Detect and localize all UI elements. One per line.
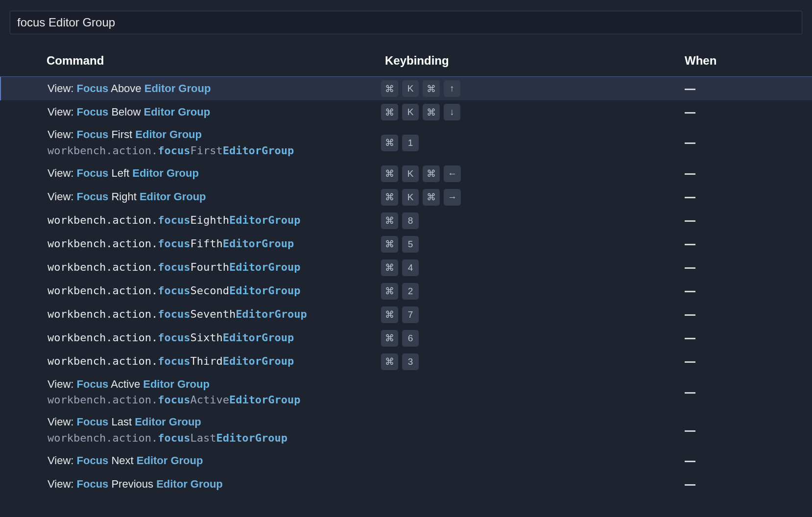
key-cap: 8 xyxy=(402,212,419,229)
key-cap: ⌘ xyxy=(381,283,398,300)
key-cap: 3 xyxy=(402,353,419,370)
dash-icon xyxy=(685,89,695,90)
table-row[interactable]: workbench.action.focusSixthEditorGroup⌘6 xyxy=(0,327,812,350)
command-title: View: Focus Active Editor Group xyxy=(48,377,381,392)
when-cell xyxy=(655,332,812,345)
table-row[interactable]: View: Focus Below Editor Group⌘K⌘↓ xyxy=(0,100,812,124)
dash-icon xyxy=(685,338,695,339)
keybinding-cell: ⌘8 xyxy=(381,212,655,229)
when-cell xyxy=(655,308,812,321)
when-cell xyxy=(655,238,812,251)
keybinding-cell: ⌘K⌘→ xyxy=(381,189,655,206)
dash-icon xyxy=(685,484,695,486)
command-cell: View: Focus Active Editor Groupworkbench… xyxy=(48,376,381,409)
when-cell xyxy=(655,214,812,227)
table-row[interactable]: workbench.action.focusFourthEditorGroup⌘… xyxy=(0,256,812,280)
table-row[interactable]: workbench.action.focusFifthEditorGroup⌘5 xyxy=(0,233,812,256)
command-title: workbench.action.focusSeventhEditorGroup xyxy=(48,307,381,322)
key-cap: ⌘ xyxy=(381,259,398,276)
when-cell xyxy=(655,478,812,491)
search-input[interactable] xyxy=(10,11,802,34)
when-cell xyxy=(655,261,812,274)
key-cap: 1 xyxy=(402,135,419,151)
key-cap: ⌘ xyxy=(381,104,398,120)
keybinding-cell: ⌘K⌘← xyxy=(381,165,655,182)
header-keybinding[interactable]: Keybinding xyxy=(381,54,655,68)
table-row[interactable]: View: Focus Active Editor Groupworkbench… xyxy=(0,374,812,412)
key-cap: ⌘ xyxy=(423,104,440,120)
key-cap: ⌘ xyxy=(381,189,398,206)
key-cap: 5 xyxy=(402,236,419,253)
keybinding-cell: ⌘2 xyxy=(381,283,655,300)
key-cap: 6 xyxy=(402,330,419,347)
command-cell: View: Focus Last Editor Groupworkbench.a… xyxy=(48,414,381,447)
command-title: workbench.action.focusEighthEditorGroup xyxy=(48,213,381,228)
table-row[interactable]: workbench.action.focusThirdEditorGroup⌘3 xyxy=(0,350,812,374)
key-cap: K xyxy=(402,104,419,120)
table-row[interactable]: View: Focus Previous Editor Group xyxy=(0,473,812,496)
key-cap: ↑ xyxy=(444,80,460,97)
when-cell xyxy=(655,386,812,399)
key-cap: ⌘ xyxy=(381,306,398,323)
key-cap: ⌘ xyxy=(423,165,440,182)
table-row[interactable]: View: Focus Above Editor Group⌘K⌘↑ xyxy=(0,77,812,100)
command-subtitle: workbench.action.focusActiveEditorGroup xyxy=(48,393,381,408)
command-cell: View: Focus Previous Editor Group xyxy=(48,476,381,493)
key-cap: K xyxy=(402,165,419,182)
table-row[interactable]: View: Focus Next Editor Group xyxy=(0,449,812,473)
command-title: workbench.action.focusSixthEditorGroup xyxy=(48,330,381,346)
command-cell: workbench.action.focusFifthEditorGroup xyxy=(48,235,381,253)
dash-icon xyxy=(685,197,695,198)
table-row[interactable]: workbench.action.focusSecondEditorGroup⌘… xyxy=(0,280,812,303)
command-title: View: Focus Below Editor Group xyxy=(48,105,381,120)
key-cap: 7 xyxy=(402,306,419,323)
when-cell xyxy=(655,167,812,180)
table-row[interactable]: View: Focus Left Editor Group⌘K⌘← xyxy=(0,162,812,186)
when-cell xyxy=(655,455,812,468)
command-cell: View: Focus First Editor Groupworkbench.… xyxy=(48,126,381,160)
command-cell: workbench.action.focusSecondEditorGroup xyxy=(48,282,381,300)
table-row[interactable]: View: Focus First Editor Groupworkbench.… xyxy=(0,124,812,162)
key-cap: ⌘ xyxy=(381,165,398,182)
command-title: View: Focus Above Editor Group xyxy=(48,81,381,96)
table-row[interactable]: workbench.action.focusSeventhEditorGroup… xyxy=(0,303,812,327)
command-title: View: Focus Next Editor Group xyxy=(48,453,381,469)
command-title: View: Focus Previous Editor Group xyxy=(48,477,381,492)
keybinding-cell: ⌘6 xyxy=(381,330,655,347)
command-cell: workbench.action.focusSeventhEditorGroup xyxy=(48,306,381,323)
command-cell: View: Focus Above Editor Group xyxy=(48,80,381,97)
command-title: View: Focus Left Editor Group xyxy=(48,166,381,181)
dash-icon xyxy=(685,291,695,292)
key-cap: ← xyxy=(444,165,461,182)
table-row[interactable]: View: Focus Right Editor Group⌘K⌘→ xyxy=(0,186,812,209)
dash-icon xyxy=(685,314,695,316)
key-cap: ↓ xyxy=(444,104,460,120)
keybinding-cell: ⌘7 xyxy=(381,306,655,323)
search-container xyxy=(0,0,812,41)
dash-icon xyxy=(685,461,695,462)
key-cap: 4 xyxy=(402,259,419,276)
command-title: View: Focus Right Editor Group xyxy=(48,189,381,205)
command-title: workbench.action.focusThirdEditorGroup xyxy=(48,354,381,369)
table-body: View: Focus Above Editor Group⌘K⌘↑View: … xyxy=(0,76,812,496)
key-cap: ⌘ xyxy=(381,212,398,229)
key-cap: K xyxy=(402,189,419,206)
key-cap: ⌘ xyxy=(423,189,440,206)
table-row[interactable]: workbench.action.focusEighthEditorGroup⌘… xyxy=(0,209,812,233)
header-command[interactable]: Command xyxy=(47,54,381,68)
header-when[interactable]: When xyxy=(655,54,812,68)
table-header: Command Keybinding When xyxy=(0,41,812,76)
keybinding-cell: ⌘4 xyxy=(381,259,655,276)
when-cell xyxy=(655,355,812,368)
command-cell: View: Focus Left Editor Group xyxy=(48,165,381,182)
command-cell: View: Focus Below Editor Group xyxy=(48,104,381,121)
command-title: workbench.action.focusSecondEditorGroup xyxy=(48,283,381,299)
command-subtitle: workbench.action.focusFirstEditorGroup xyxy=(48,143,381,159)
key-cap: ⌘ xyxy=(381,135,398,151)
dash-icon xyxy=(685,430,695,432)
when-cell xyxy=(655,137,812,149)
command-cell: workbench.action.focusEighthEditorGroup xyxy=(48,212,381,229)
table-row[interactable]: View: Focus Last Editor Groupworkbench.a… xyxy=(0,411,812,449)
dash-icon xyxy=(685,244,695,245)
command-cell: View: Focus Right Editor Group xyxy=(48,188,381,206)
